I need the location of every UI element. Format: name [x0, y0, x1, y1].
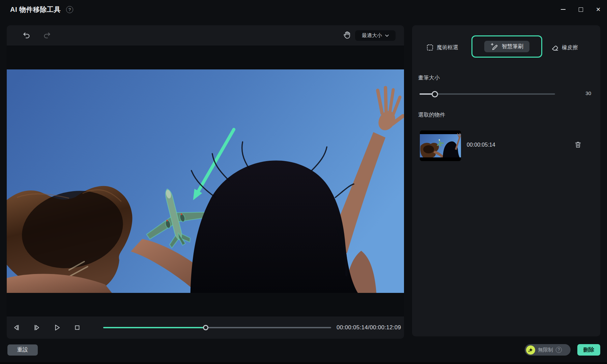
object-thumbnail[interactable] [420, 130, 461, 161]
magic-select-icon [426, 44, 434, 51]
next-frame-icon [32, 323, 41, 332]
chevron-down-icon [385, 34, 389, 37]
tab-magic-select[interactable]: 魔術框選 [426, 43, 458, 52]
unlimited-label: 無限制 [538, 347, 553, 353]
undo-button[interactable] [22, 31, 31, 40]
reset-button[interactable]: 重設 [7, 344, 38, 356]
brush-size-value: 30 [585, 90, 591, 96]
tab-magic-label: 魔術框選 [437, 44, 458, 51]
bottom-edge [0, 362, 607, 364]
preview-toolbar: 最適大小 [7, 25, 404, 46]
unlimited-badge[interactable]: 無限制 ? [525, 344, 571, 356]
maximize-button[interactable] [572, 0, 589, 19]
brush-size-label: 畫筆大小 [418, 74, 440, 82]
preview-panel: 最適大小 [7, 25, 404, 339]
hand-icon [343, 31, 352, 40]
play-button[interactable] [53, 323, 61, 332]
help-icon[interactable]: ? [66, 6, 73, 13]
progress-thumb[interactable] [203, 325, 208, 330]
window-controls: ✕ [554, 0, 607, 19]
previous-frame-button[interactable] [12, 323, 21, 332]
trash-icon [574, 141, 582, 149]
delete-button[interactable]: 刪除 [577, 344, 600, 356]
close-icon: ✕ [596, 7, 601, 12]
smart-brush-icon [490, 42, 499, 51]
video-frame [7, 69, 404, 293]
video-canvas[interactable] [7, 46, 404, 316]
brush-thumb[interactable] [432, 91, 438, 97]
titlebar: AI 物件移除工具 ? ✕ [0, 0, 607, 19]
tab-eraser[interactable]: 橡皮擦 [551, 43, 578, 52]
stop-button[interactable] [73, 323, 82, 332]
zoom-fit-dropdown[interactable]: 最適大小 [355, 30, 396, 41]
unlimited-help-icon[interactable]: ? [556, 347, 562, 353]
eraser-icon [551, 44, 559, 52]
selected-objects-label: 選取的物件 [418, 112, 445, 119]
zoom-fit-label: 最適大小 [362, 32, 382, 39]
playback-timecode: 00:00:05:14/00:00:12:09 [337, 324, 400, 331]
playback-bar: 00:00:05:14/00:00:12:09 [7, 316, 404, 339]
stop-icon [73, 323, 82, 332]
maximize-icon [579, 7, 583, 12]
tab-eraser-label: 橡皮擦 [562, 44, 578, 51]
next-frame-button[interactable] [32, 323, 41, 332]
delete-object-button[interactable] [573, 140, 583, 149]
minimize-button[interactable] [554, 0, 572, 19]
brush-size-slider[interactable] [420, 91, 555, 97]
minimize-icon [561, 9, 566, 10]
tab-smart-brush[interactable]: 智慧筆刷 [471, 35, 542, 58]
hand-tool-button[interactable] [343, 31, 351, 39]
previous-frame-icon [12, 323, 21, 332]
brush-track[interactable] [420, 93, 555, 95]
smart-brush-pill: 智慧筆刷 [484, 41, 529, 52]
tab-smart-brush-label: 智慧筆刷 [502, 43, 523, 50]
redo-icon [42, 31, 51, 40]
play-icon [53, 323, 61, 332]
close-button[interactable]: ✕ [589, 0, 607, 19]
object-thumbnail-image [420, 130, 461, 161]
app-window: AI 物件移除工具 ? ✕ [0, 0, 607, 364]
sparkle-icon [526, 345, 535, 355]
redo-button[interactable] [42, 31, 51, 40]
playback-progress-slider[interactable] [103, 325, 331, 331]
progress-fill [103, 327, 206, 328]
object-timecode: 00:00:05:14 [467, 142, 495, 148]
tools-panel: 魔術框選 智慧筆刷 橡皮擦 畫筆大小 30 選取的物件 [412, 25, 600, 336]
window-title: AI 物件移除工具 [10, 5, 61, 14]
undo-icon [22, 31, 31, 40]
selected-object-item: 00:00:05:14 [412, 126, 600, 165]
